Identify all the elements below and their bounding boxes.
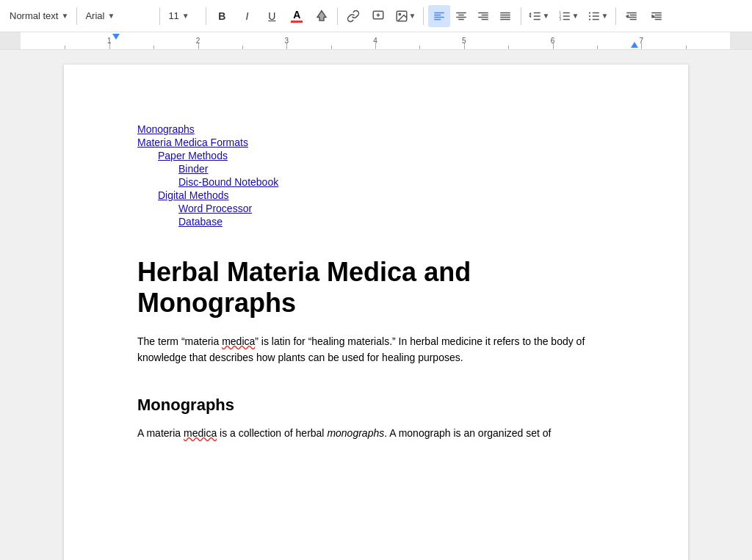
insert-comment-icon [372, 10, 385, 23]
toc-item-digital-methods[interactable]: Digital Methods [158, 189, 615, 201]
numbered-list-icon: 1 2 3 [558, 10, 571, 23]
image-button[interactable]: ▼ [392, 5, 419, 27]
image-icon [395, 10, 408, 23]
document-page: Monographs Materia Medica Formats Paper … [64, 65, 688, 560]
doc-heading-2: Monographs [137, 396, 615, 415]
style-chevron-icon: ▼ [61, 12, 68, 20]
align-center-icon [455, 10, 468, 23]
font-size-label: 11 [168, 10, 178, 21]
doc-italic-monographs: monographs [327, 427, 384, 439]
align-group [428, 5, 516, 27]
numbered-list-chevron: ▼ [571, 12, 579, 20]
toc-item-paper-methods[interactable]: Paper Methods [158, 150, 615, 161]
font-color-label: A [293, 10, 300, 20]
highlight-button[interactable] [311, 5, 333, 27]
numbered-list-button[interactable]: 1 2 3 ▼ [555, 5, 582, 27]
svg-point-33 [589, 12, 590, 13]
style-selector[interactable]: Normal text ▼ [6, 8, 72, 23]
line-spacing-chevron: ▼ [542, 12, 549, 20]
align-left-button[interactable] [428, 5, 450, 27]
indent-increase-icon [650, 10, 663, 23]
spelling-error-medica-1: medica [222, 335, 255, 347]
doc-body-paragraph: A materia medica is a collection of herb… [137, 425, 615, 441]
svg-point-35 [589, 18, 590, 20]
link-icon [347, 10, 360, 23]
font-selector[interactable]: Arial ▼ [82, 8, 155, 23]
style-label: Normal text [10, 10, 58, 21]
bullet-list-chevron: ▼ [601, 12, 608, 20]
table-of-contents: Monographs Materia Medica Formats Paper … [137, 123, 615, 228]
font-chevron-icon: ▼ [107, 12, 115, 20]
spelling-error-medica-2: medica [184, 427, 217, 439]
svg-point-34 [589, 15, 590, 16]
toc-item-binder[interactable]: Binder [178, 163, 615, 175]
align-right-button[interactable] [472, 5, 494, 27]
align-center-button[interactable] [450, 5, 472, 27]
line-spacing-button[interactable]: ▼ [526, 5, 552, 27]
ruler-left-margin [0, 32, 21, 49]
ruler: 1234567 [0, 32, 752, 50]
ruler-ticks: 1234567 [21, 32, 730, 49]
doc-intro-paragraph: The term “materia medica” is latin for “… [137, 333, 615, 366]
toc-item-monographs[interactable]: Monographs [137, 123, 615, 135]
separator-1 [76, 7, 77, 25]
doc-heading-1: Herbal Materia Medica and Monographs [137, 257, 615, 319]
align-left-icon [433, 10, 446, 23]
separator-6 [521, 7, 521, 25]
document-area: Monographs Materia Medica Formats Paper … [0, 50, 752, 560]
font-size-selector[interactable]: 11 ▼ [164, 8, 201, 23]
link-button[interactable] [342, 5, 364, 27]
insert-comment-button[interactable] [367, 5, 389, 27]
separator-4 [337, 7, 338, 25]
font-color-button[interactable]: A [286, 5, 308, 27]
size-chevron-icon: ▼ [182, 12, 189, 20]
align-justify-button[interactable] [494, 5, 516, 27]
toc-item-database[interactable]: Database [178, 216, 615, 228]
italic-button[interactable]: I [236, 5, 258, 27]
ruler-right-margin [730, 32, 752, 49]
svg-text:3: 3 [560, 18, 562, 21]
underline-button[interactable]: U [261, 5, 283, 27]
separator-7 [615, 7, 616, 25]
indent-decrease-button[interactable] [621, 5, 643, 27]
svg-point-4 [400, 13, 401, 15]
highlight-icon [315, 10, 328, 23]
toolbar: Normal text ▼ Arial ▼ 11 ▼ B I U A [0, 0, 752, 32]
image-dropdown-icon: ▼ [408, 12, 416, 20]
font-color-underline [291, 21, 303, 23]
line-spacing-icon [529, 10, 542, 23]
bold-button[interactable]: B [211, 5, 233, 27]
toc-item-word-processor[interactable]: Word Processor [178, 203, 615, 214]
indent-increase-button[interactable] [646, 5, 668, 27]
separator-5 [423, 7, 424, 25]
align-right-icon [477, 10, 490, 23]
bullet-list-button[interactable]: ▼ [585, 5, 611, 27]
separator-3 [206, 7, 206, 25]
bullet-list-icon [588, 10, 601, 23]
font-label: Arial [85, 10, 104, 21]
toc-item-disc-bound-notebook[interactable]: Disc-Bound Notebook [178, 176, 615, 188]
align-justify-icon [499, 10, 512, 23]
separator-2 [159, 7, 160, 25]
indent-decrease-icon [625, 10, 638, 23]
toc-item-materia-medica-formats[interactable]: Materia Medica Formats [137, 137, 615, 148]
